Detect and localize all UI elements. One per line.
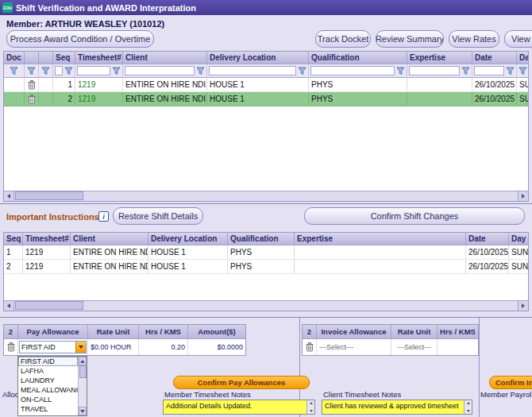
col-seq[interactable]: Seq [4, 233, 23, 245]
cell-day: SUN [517, 92, 528, 106]
filter-funnel-icon[interactable] [461, 67, 470, 75]
member-timesheet-notes-input[interactable]: Additional Details Updated. [163, 400, 315, 415]
filter-input-date[interactable] [474, 66, 504, 75]
filter-funnel-icon[interactable] [506, 67, 515, 75]
filter-funnel-icon[interactable] [519, 67, 527, 75]
col-qualification[interactable]: Qualification [228, 233, 295, 245]
notes-scrollbar[interactable] [464, 400, 472, 414]
filter-input-seq[interactable] [55, 66, 63, 75]
confirm-invoice-allowances-button[interactable]: Confirm Inv [489, 376, 532, 389]
col-expertise[interactable]: Expertise [407, 52, 472, 64]
filter-funnel-icon[interactable] [27, 67, 36, 75]
col-icon-2[interactable] [39, 52, 53, 64]
pay-allowance-combobox[interactable]: FIRST AID [19, 341, 87, 353]
col-seq[interactable]: Seq [53, 52, 75, 64]
window-title: Shift Verification and AWARD Interpratat… [16, 3, 196, 13]
filter-input-timesheet[interactable] [77, 66, 110, 75]
invoice-allowance-select[interactable]: ---Select--- [317, 339, 391, 355]
notes-scrollbar[interactable] [306, 400, 314, 414]
col-hrs-kms[interactable]: Hrs / KMS [139, 325, 188, 339]
member-notes-text: Additional Details Updated. [166, 402, 253, 410]
dropdown-option[interactable]: LAUNDRY [18, 376, 78, 385]
col-rate-unit[interactable]: Rate Unit [391, 325, 438, 339]
col-amount[interactable]: Amount($) [188, 325, 245, 339]
review-row-2[interactable]: 2 1219 ENTIRE ON HIRE NDI... HOUSE 1 PHY… [4, 260, 528, 274]
invoice-rate-select[interactable]: ---Select--- [391, 339, 438, 355]
delete-shift-icon[interactable] [28, 95, 36, 104]
confirm-shift-changes-button[interactable]: Confirm Shift Changes [304, 207, 525, 225]
confirm-pay-allowances-button[interactable]: Confirm Pay Allowances [173, 376, 310, 389]
scroll-up-icon[interactable] [467, 402, 470, 404]
col-delivery[interactable]: Delivery Location [207, 52, 309, 64]
col-qualification[interactable]: Qualification [309, 52, 407, 64]
client-timesheet-notes-input[interactable]: Client has reviewed & approved timesheet [322, 400, 472, 415]
process-award-button[interactable]: Process Award Condition / Overtime [6, 30, 154, 48]
filter-funnel-icon[interactable] [196, 67, 205, 75]
delete-allowance-icon[interactable] [7, 342, 15, 352]
review-grid-hscrollbar[interactable] [4, 300, 528, 311]
col-icon-1[interactable] [25, 52, 39, 64]
scroll-up-icon[interactable] [310, 402, 313, 404]
filter-input-client[interactable] [125, 66, 195, 75]
scroll-left-icon[interactable] [4, 301, 14, 311]
shift-grid-hscrollbar[interactable] [4, 191, 528, 201]
filter-funnel-icon[interactable] [41, 67, 50, 75]
scrollbar-thumb[interactable] [79, 365, 87, 378]
view-award-button[interactable]: View A [504, 30, 532, 48]
col-pay-allowance[interactable]: Pay Allowance [18, 325, 88, 339]
filter-funnel-icon[interactable] [10, 67, 18, 75]
col-date[interactable]: Date [472, 52, 517, 64]
filter-input-qualification[interactable] [310, 66, 395, 75]
review-summary-button[interactable]: Review Summary [376, 30, 444, 48]
filter-funnel-icon[interactable] [64, 67, 73, 75]
combobox-dropdown-icon[interactable] [75, 342, 86, 353]
col-day[interactable]: Day [517, 52, 528, 64]
col-day[interactable]: Day [509, 233, 528, 245]
dropdown-option[interactable]: MEAL ALLOWANCE [18, 385, 78, 395]
cell-seq: 1 [53, 78, 75, 91]
dropdown-scrollbar[interactable] [78, 357, 87, 415]
shift-row-2-selected[interactable]: 2 1219 ENTIRE ON HIRE NDI... HOUSE 1 PHY… [4, 92, 528, 106]
col-date[interactable]: Date [466, 233, 509, 245]
col-timesheet[interactable]: Timesheet# [23, 233, 71, 245]
restore-shift-details-button[interactable]: Restore Shift Details [113, 207, 203, 225]
scroll-down-icon[interactable] [79, 407, 87, 415]
col-expertise[interactable]: Expertise [295, 233, 466, 245]
col-delivery[interactable]: Delivery Location [148, 233, 228, 245]
dropdown-option[interactable]: LAFHA [18, 366, 78, 376]
scroll-down-icon[interactable] [310, 410, 313, 412]
filter-funnel-icon[interactable] [396, 67, 405, 75]
dropdown-option[interactable]: ON-CALL [18, 395, 78, 404]
col-timesheet[interactable]: Timesheet# [75, 52, 123, 64]
cell-qualification: PHYS [309, 92, 407, 106]
col-hrs-kms[interactable]: Hrs / KMS [438, 325, 478, 339]
scroll-down-icon[interactable] [467, 410, 470, 412]
scroll-left-icon[interactable] [4, 191, 14, 201]
filter-input-delivery[interactable] [209, 66, 296, 75]
cell-delivery: HOUSE 1 [207, 92, 309, 106]
delete-shift-icon[interactable] [28, 80, 36, 90]
delete-allowance-icon[interactable] [306, 342, 314, 352]
cell-hrs-kms[interactable]: 0.20 [139, 339, 188, 355]
filter-funnel-icon[interactable] [298, 67, 306, 75]
view-rates-button[interactable]: View Rates [449, 30, 499, 48]
col-rate-unit[interactable]: Rate Unit [88, 325, 139, 339]
filter-input-expertise[interactable] [409, 66, 460, 75]
scrollbar-thumb[interactable] [15, 301, 83, 310]
scroll-up-icon[interactable] [79, 357, 87, 365]
scrollbar-thumb[interactable] [15, 191, 83, 200]
shift-row-1[interactable]: 1 1219 ENTIRE ON HIRE NDI... HOUSE 1 PHY… [4, 78, 528, 92]
info-icon[interactable]: i [98, 211, 109, 222]
track-docket-button[interactable]: Track Docket [315, 30, 371, 48]
col-client[interactable]: Client [123, 52, 207, 64]
dropdown-option[interactable]: FIRST AID [18, 357, 78, 366]
scroll-right-icon[interactable] [518, 301, 528, 311]
review-row-1[interactable]: 1 1219 ENTIRE ON HIRE NDI... HOUSE 1 PHY… [4, 245, 528, 260]
review-grid-header: Seq Timesheet# Client Delivery Location … [4, 233, 528, 245]
filter-funnel-icon[interactable] [112, 67, 121, 75]
col-doc[interactable]: Doc [4, 52, 25, 64]
dropdown-option[interactable]: TRAVEL [18, 404, 78, 414]
col-invoice-allowance[interactable]: Invoice Allowance [317, 325, 391, 339]
col-client[interactable]: Client [71, 233, 148, 245]
scroll-right-icon[interactable] [518, 191, 528, 201]
